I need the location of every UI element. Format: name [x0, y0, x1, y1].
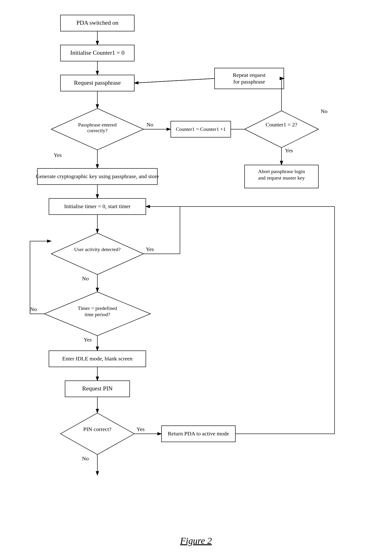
- abort-label2: and request master key: [258, 175, 305, 181]
- user-activity-yes-label: Yes: [146, 246, 154, 252]
- counter-no-label: No: [321, 108, 327, 114]
- counter-yes-label: Yes: [285, 148, 293, 153]
- pin-correct-label1: PIN correct?: [83, 426, 111, 432]
- repeat-request-box: [215, 68, 284, 89]
- counter-increment-label: Counter1 = Counter1 +1: [176, 126, 226, 132]
- passphrase-label1: Passphrase entered: [78, 122, 117, 128]
- counter-check-label1: Counter1 = 2?: [266, 122, 297, 128]
- passphrase-label2: correctly?: [87, 128, 108, 133]
- user-activity-label1: User activity detected?: [74, 246, 121, 252]
- pin-yes-label: Yes: [137, 426, 145, 432]
- return-active-label: Return PDA to active mode: [168, 430, 229, 437]
- idle-mode-label: Enter IDLE mode, blank screen: [62, 356, 133, 361]
- timer-no-label: No: [30, 306, 37, 312]
- figure-label: Figure 2: [180, 535, 212, 546]
- request-passphrase-label: Request passphrase: [74, 79, 121, 86]
- generate-key-label: Generate cryptographic key using passphr…: [36, 173, 159, 179]
- request-pin-label: Request PIN: [82, 385, 113, 392]
- init-timer-label: Initialise timer = 0, start timer: [64, 203, 131, 209]
- user-activity-no-label: No: [82, 276, 89, 281]
- pda-on-label: PDA switched on: [76, 19, 118, 26]
- pin-correct-diamond: [60, 413, 134, 455]
- timer-yes-label: Yes: [84, 337, 92, 343]
- init-counter-label: Initialise Counter1 = 0: [70, 49, 125, 56]
- passphrase-yes-label: Yes: [54, 152, 62, 158]
- counter-check-diamond: [245, 111, 318, 148]
- timer-check-label2: time period?: [85, 311, 110, 317]
- svg-line-33: [134, 79, 215, 83]
- diagram-container: PDA switched on Initialise Counter1 = 0 …: [0, 0, 392, 560]
- timer-check-label1: Timer = predefined: [78, 305, 117, 311]
- user-activity-diamond: [51, 233, 143, 275]
- pin-no-label: No: [82, 455, 89, 461]
- passphrase-no-label: No: [147, 122, 153, 128]
- abort-label1: Abort passphrase login: [258, 169, 305, 174]
- repeat-request-label2: for passphrase: [233, 79, 265, 85]
- repeat-request-label: Repeat request: [233, 72, 266, 78]
